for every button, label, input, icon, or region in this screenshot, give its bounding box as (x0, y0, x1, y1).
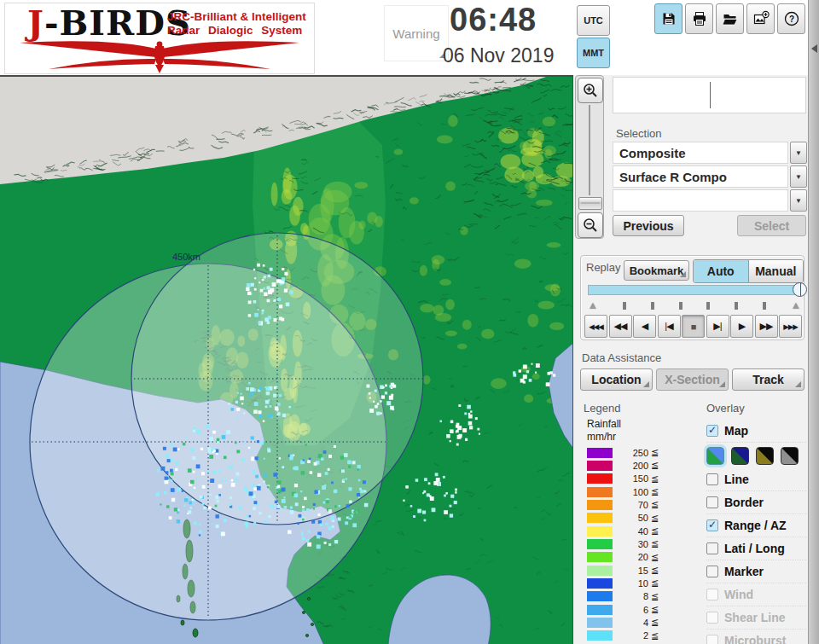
overlay-checkbox[interactable] (706, 542, 718, 554)
legend-color-swatch (587, 448, 613, 458)
utc-button[interactable]: UTC (577, 5, 610, 36)
legend-row: 8 ≦ (587, 591, 659, 602)
overlay-row-microburst: Microburst (706, 629, 806, 644)
replay-label: Replay (586, 261, 620, 274)
zoom-in-button[interactable] (578, 78, 603, 103)
forward-button[interactable]: ▶▶ (755, 315, 778, 338)
mmt-button[interactable]: MMT (577, 38, 610, 68)
open-folder-button[interactable] (716, 3, 744, 34)
legend-suffix: ≦ (651, 538, 659, 549)
auto-button[interactable]: Auto (694, 260, 748, 282)
data-assistance-buttons: LocationX-SectionTrack (580, 368, 804, 391)
overlay-row-line[interactable]: Line (706, 468, 806, 490)
x-section-button[interactable]: X-Section (656, 368, 729, 391)
legend-value: 6 (619, 605, 648, 615)
overlay-checkbox[interactable] (706, 519, 718, 531)
track-button[interactable]: Track (732, 368, 804, 391)
legend-color-swatch (587, 487, 613, 497)
location-button[interactable]: Location (580, 368, 653, 391)
legend-unit: Rainfall mm/hr (587, 418, 621, 444)
overlay-checkbox[interactable] (706, 589, 718, 600)
stop-button[interactable]: ■ (682, 315, 705, 338)
legend-suffix: ≦ (651, 486, 659, 497)
tick-mark (706, 302, 710, 310)
legend-value: 40 (619, 526, 648, 537)
clock-time: 06:48 (450, 2, 537, 38)
help-button[interactable]: ? (777, 3, 805, 34)
radar-map[interactable]: 450km (0, 75, 573, 644)
overlay-checkbox[interactable] (706, 635, 718, 644)
legend-suffix: ≦ (651, 473, 659, 484)
add-image-button[interactable] (746, 3, 775, 34)
play-button[interactable]: ▶ (730, 315, 753, 338)
overlay-row-lati-long[interactable]: Lati / Long (706, 537, 806, 560)
bookmark-button[interactable]: Bookmark (624, 260, 689, 281)
dropdown-arrow-button[interactable]: ▼ (790, 142, 807, 164)
playback-icon: ▶▶▶ (783, 322, 798, 331)
overlay-checkbox[interactable] (706, 612, 718, 624)
previous-button[interactable]: Previous (613, 215, 684, 236)
overlay-row-wind: Wind (706, 583, 806, 606)
overlay-item-label: Shear Line (724, 611, 786, 624)
overlay-checkbox[interactable] (706, 496, 718, 508)
replay-section: Replay Bookmark Auto Manual ▲ ▲ ◀◀◀◀◀◀|◀… (580, 255, 804, 340)
print-button[interactable] (685, 3, 713, 34)
logo-subtitle: JRC-Brilliant & Intelligent Radar Dialog… (167, 10, 306, 38)
overlay-checkbox[interactable] (706, 566, 718, 577)
replay-slider-thumb[interactable] (793, 282, 807, 297)
open-folder-icon (722, 10, 739, 27)
zoom-slider-track[interactable] (589, 105, 590, 195)
rewind-fastest-button[interactable]: ◀◀◀ (584, 315, 607, 338)
legend-row: 250 ≦ (587, 447, 659, 458)
legend-value: 50 (619, 513, 648, 523)
panel-collapse-strip[interactable] (808, 0, 819, 644)
zoom-out-button[interactable] (578, 212, 603, 238)
overlay-row-range-az[interactable]: Range / AZ (706, 513, 806, 537)
map-style-swatch[interactable] (731, 447, 749, 465)
legend-value: 10 (619, 578, 648, 589)
map-style-selector (706, 442, 806, 468)
select-button[interactable]: Select (737, 215, 806, 236)
legend-suffix: ≦ (651, 460, 659, 471)
dropdown-arrow-button[interactable]: ▼ (790, 189, 807, 212)
zoom-slider-thumb[interactable] (578, 197, 602, 210)
step-to-end-button[interactable]: ▶| (706, 315, 729, 338)
legend-suffix: ≦ (651, 552, 659, 563)
legend-color-swatch (587, 618, 613, 628)
legend-row: 50 ≦ (587, 513, 659, 524)
help-icon: ? (783, 10, 800, 27)
legend-suffix: ≦ (651, 604, 659, 615)
overlay-checkbox[interactable] (706, 425, 718, 437)
dropdown-value[interactable] (613, 189, 788, 212)
dropdown-arrow-button[interactable]: ▼ (790, 165, 807, 188)
rewind-button[interactable]: ◀◀ (609, 315, 632, 338)
forward-fastest-button[interactable]: ▶▶▶ (779, 315, 802, 338)
map-style-swatch[interactable] (781, 447, 799, 465)
legend-value: 70 (619, 500, 648, 510)
overlay-row-map[interactable]: Map (706, 420, 806, 442)
dropdown-value[interactable]: Composite (613, 142, 788, 164)
selection-dropdowns: Composite ▼ Surface R Compo ▼ ▼ (613, 142, 807, 213)
station-input[interactable] (613, 77, 806, 113)
overlay-row-marker[interactable]: Marker (706, 560, 806, 583)
legend-suffix: ≦ (651, 499, 659, 510)
warning-button[interactable]: Warning (384, 5, 449, 61)
playback-icon: ▶ (739, 321, 745, 332)
overlay-row-border[interactable]: Border (706, 490, 806, 513)
map-style-swatch[interactable] (706, 447, 724, 465)
step-to-start-button[interactable]: |◀ (658, 315, 681, 338)
dropdown-value[interactable]: Surface R Compo (613, 165, 788, 188)
overlay-checkbox[interactable] (706, 473, 718, 485)
legend-row: 20 ≦ (587, 552, 659, 563)
save-button[interactable] (654, 3, 682, 34)
play-reverse-button[interactable]: ◀ (633, 315, 656, 338)
legend-value: 4 (619, 618, 648, 628)
legend-color-swatch (587, 630, 613, 641)
legend-suffix: ≦ (651, 513, 659, 524)
map-style-swatch[interactable] (756, 447, 774, 465)
manual-button[interactable]: Manual (748, 260, 804, 282)
legend-scale: 250 ≦ 200 ≦ 150 ≦ 100 ≦ 70 ≦ 50 ≦ 40 ≦ 3… (587, 447, 659, 644)
legend-row: 15 ≦ (587, 565, 659, 576)
replay-slider-track[interactable] (588, 285, 801, 295)
overlay-item-label: Marker (724, 565, 764, 578)
